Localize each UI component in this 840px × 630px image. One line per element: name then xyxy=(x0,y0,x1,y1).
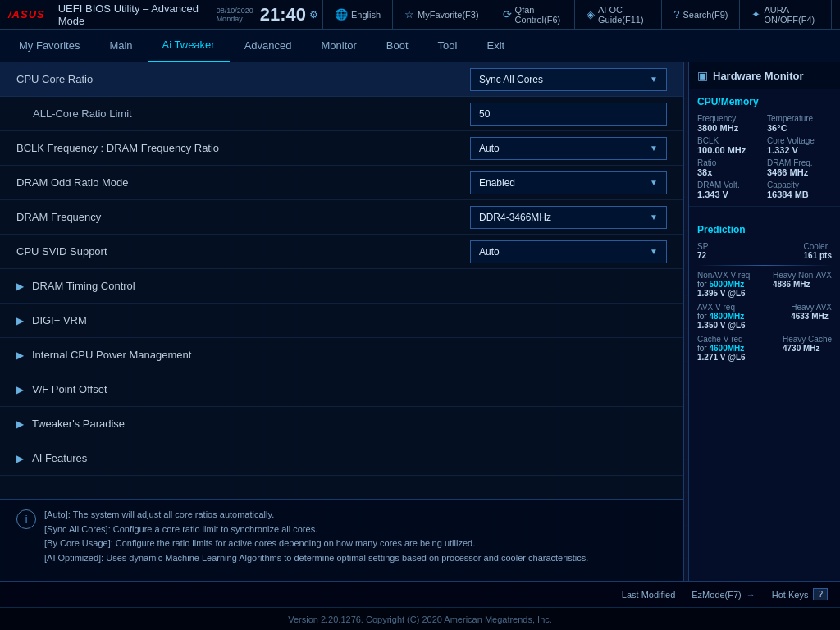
chevron-down-icon: ▼ xyxy=(650,178,658,187)
cpu-memory-grid: Frequency 3800 MHz Temperature 36°C BCLK… xyxy=(697,114,832,199)
fan-icon: ⟳ xyxy=(503,8,512,21)
dram-volt-label-cell: DRAM Volt. 1.343 V xyxy=(697,180,762,199)
time-display: 21:40 ⚙ xyxy=(260,6,318,24)
dram-odd-ratio-dropdown[interactable]: Enabled ▼ xyxy=(470,171,667,194)
search-icon: ? xyxy=(673,8,679,21)
avx-section: AVX V req for 4800MHz 1.350 V @L6 Heavy … xyxy=(697,303,832,330)
core-voltage-value: 1.332 V xyxy=(767,145,832,155)
heavy-nonavx-val: 4886 MHz xyxy=(773,280,832,289)
dram-freq-hw-value: 3466 MHz xyxy=(767,167,832,177)
expand-icon: ▶ xyxy=(16,418,24,430)
dram-freq-value: DDR4-3466MHz xyxy=(479,212,551,223)
tab-main[interactable]: Main xyxy=(94,30,147,62)
aioc-btn[interactable]: ◈ AI OC Guide(F11) xyxy=(575,0,662,30)
hot-keys-btn[interactable]: Hot Keys ? xyxy=(772,588,828,600)
heavy-nonavx-label: Heavy Non-AVX xyxy=(773,271,832,280)
version-text: Version 2.20.1276. Copyright (C) 2020 Am… xyxy=(288,614,552,624)
tab-boot[interactable]: Boot xyxy=(372,30,423,62)
cpu-core-ratio-dropdown[interactable]: Sync All Cores ▼ xyxy=(470,68,667,91)
dram-freq-dropdown[interactable]: DDR4-3466MHz ▼ xyxy=(470,206,667,229)
core-voltage-label-cell: Core Voltage 1.332 V xyxy=(767,136,832,155)
arrow-icon: → xyxy=(746,590,756,600)
dram-odd-ratio-value: Enabled xyxy=(479,177,515,189)
cpu-core-ratio-row[interactable]: CPU Core Ratio Sync All Cores ▼ xyxy=(0,62,683,97)
avx-val: 1.350 V @L6 xyxy=(697,321,746,330)
bclk-freq-dropdown[interactable]: Auto ▼ xyxy=(470,137,667,160)
tab-advanced[interactable]: Advanced xyxy=(230,30,307,62)
nonavx-section: NonAVX V req for 5000MHz 1.395 V @L6 Hea… xyxy=(697,271,832,298)
cpu-svid-value: Auto xyxy=(479,246,500,258)
dram-timing-row[interactable]: ▶ DRAM Timing Control xyxy=(0,269,683,304)
cpu-svid-label: CPU SVID Support xyxy=(16,245,470,258)
english-btn[interactable]: 🌐 English xyxy=(322,0,393,30)
bclk-freq-row[interactable]: BCLK Frequency : DRAM Frequency Ratio Au… xyxy=(0,131,683,166)
tab-exit[interactable]: Exit xyxy=(472,30,519,62)
dram-freq-row[interactable]: DRAM Frequency DDR4-3466MHz ▼ xyxy=(0,200,683,235)
sp-label: SP xyxy=(697,242,708,251)
digi-vrm-row[interactable]: ▶ DIGI+ VRM xyxy=(0,304,683,338)
bclk-freq-value: Auto xyxy=(479,143,500,154)
temperature-label-cell: Temperature 36°C xyxy=(767,114,832,133)
cooler-label: Cooler xyxy=(804,242,832,251)
aura-btn[interactable]: ✦ AURA ON/OFF(F4) xyxy=(740,0,832,30)
language-icon: 🌐 xyxy=(335,8,348,21)
qfan-btn[interactable]: ⟳ Qfan Control(F6) xyxy=(491,0,575,30)
dram-odd-ratio-row[interactable]: DRAM Odd Ratio Mode Enabled ▼ xyxy=(0,166,683,200)
expand-icon: ▶ xyxy=(16,384,24,395)
all-core-ratio-input[interactable]: 50 xyxy=(470,103,667,126)
cooler-value: 161 pts xyxy=(804,251,832,260)
main-content: CPU Core Ratio Sync All Cores ▼ ALL-Core… xyxy=(0,62,840,581)
sp-cooler-row: SP 72 Cooler 161 pts xyxy=(697,242,832,260)
tab-my-favorites[interactable]: My Favorites xyxy=(4,30,94,62)
frequency-label-cell: Frequency 3800 MHz xyxy=(697,114,762,133)
search-btn[interactable]: ? Search(F9) xyxy=(662,0,740,30)
avx-freq: 4800MHz xyxy=(709,312,744,321)
all-core-ratio-control[interactable]: 50 xyxy=(470,103,667,126)
cpu-core-ratio-control[interactable]: Sync All Cores ▼ xyxy=(470,68,667,91)
cpu-svid-row[interactable]: CPU SVID Support Auto ▼ xyxy=(0,235,683,269)
tab-tool[interactable]: Tool xyxy=(423,30,472,62)
ai-features-row[interactable]: ▶ AI Features xyxy=(0,441,683,476)
gear-icon[interactable]: ⚙ xyxy=(309,9,318,21)
frequency-value: 3800 MHz xyxy=(697,123,762,133)
datetime: 08/10/2020 Monday xyxy=(217,7,253,23)
nonavx-freq: 5000MHz xyxy=(709,280,744,289)
ez-mode-btn[interactable]: EzMode(F7) → xyxy=(692,590,756,600)
cpu-core-ratio-label: CPU Core Ratio xyxy=(16,73,470,85)
dram-odd-ratio-control[interactable]: Enabled ▼ xyxy=(470,171,667,194)
ai-features-label: AI Features xyxy=(32,452,87,464)
vf-point-row[interactable]: ▶ V/F Point Offset xyxy=(0,372,683,407)
cpu-svid-dropdown[interactable]: Auto ▼ xyxy=(470,240,667,263)
heavy-nonavx-cell: Heavy Non-AVX 4886 MHz xyxy=(773,271,832,298)
bclk-freq-control[interactable]: Auto ▼ xyxy=(470,137,667,160)
avx-row: AVX V req for 4800MHz 1.350 V @L6 Heavy … xyxy=(697,303,832,330)
internal-cpu-row[interactable]: ▶ Internal CPU Power Management xyxy=(0,338,683,372)
last-modified-btn[interactable]: Last Modified xyxy=(622,590,675,600)
tab-monitor[interactable]: Monitor xyxy=(307,30,372,62)
aura-icon: ✦ xyxy=(751,8,760,21)
ratio-value: 38x xyxy=(697,167,762,177)
cpu-svid-control[interactable]: Auto ▼ xyxy=(470,240,667,263)
heavy-avx-label: Heavy AVX xyxy=(791,303,832,312)
cache-for: for 4600MHz xyxy=(697,344,746,353)
tweakers-paradise-row[interactable]: ▶ Tweaker's Paradise xyxy=(0,407,683,441)
digi-vrm-label: DIGI+ VRM xyxy=(32,314,87,326)
hw-monitor: ▣ Hardware Monitor CPU/Memory Frequency … xyxy=(688,62,840,581)
dram-freq-control[interactable]: DDR4-3466MHz ▼ xyxy=(470,206,667,229)
cpu-core-ratio-value: Sync All Cores xyxy=(479,74,543,85)
hw-monitor-header: ▣ Hardware Monitor xyxy=(689,62,840,89)
datetime-area: 08/10/2020 Monday 21:40 ⚙ xyxy=(217,6,318,24)
capacity-value: 16384 MB xyxy=(767,189,832,199)
dram-volt-value: 1.343 V xyxy=(697,189,762,199)
settings-panel: CPU Core Ratio Sync All Cores ▼ ALL-Core… xyxy=(0,62,683,499)
myfavorite-btn[interactable]: ☆ MyFavorite(F3) xyxy=(393,0,491,30)
all-core-ratio-row[interactable]: ALL-Core Ratio Limit 50 xyxy=(0,97,683,131)
divider xyxy=(689,212,840,212)
nonavx-req-cell: NonAVX V req for 5000MHz 1.395 V @L6 xyxy=(697,271,750,298)
cooler-cell: Cooler 161 pts xyxy=(804,242,832,260)
chevron-down-icon: ▼ xyxy=(650,247,658,256)
bios-title: UEFI BIOS Utility – Advanced Mode xyxy=(58,2,204,27)
heavy-avx-val: 4633 MHz xyxy=(791,312,832,321)
nonavx-row: NonAVX V req for 5000MHz 1.395 V @L6 Hea… xyxy=(697,271,832,298)
tab-ai-tweaker[interactable]: Ai Tweaker xyxy=(148,30,230,62)
